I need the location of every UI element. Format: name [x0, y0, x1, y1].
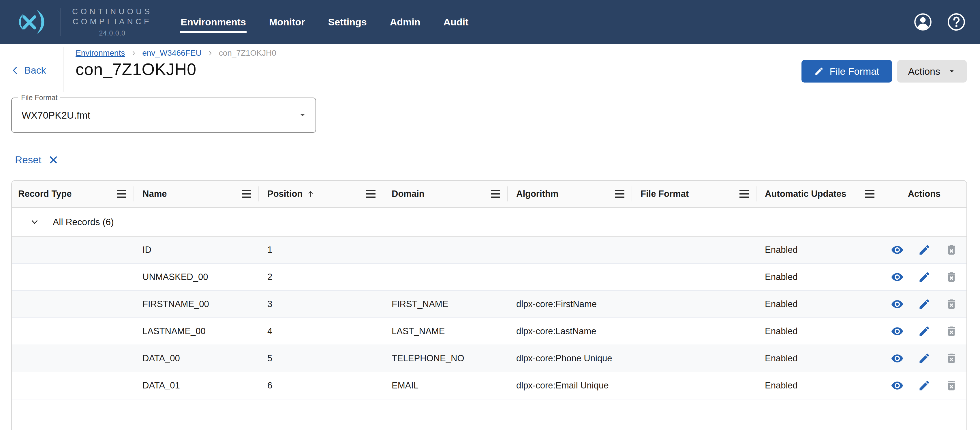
back-label: Back — [24, 65, 46, 76]
cell-file-format — [632, 345, 756, 372]
cell-algorithm: dlpx-core:LastName — [508, 318, 632, 345]
delete-button[interactable] — [945, 271, 958, 283]
view-button[interactable] — [891, 379, 904, 392]
edit-button[interactable] — [918, 298, 931, 311]
column-header-file-format[interactable]: File Format — [632, 181, 756, 207]
column-header-automatic-updates[interactable]: Automatic Updates — [756, 181, 882, 207]
eye-icon — [891, 271, 904, 283]
column-menu-icon[interactable] — [740, 190, 749, 197]
cell-actions — [882, 264, 966, 290]
cell-actions — [882, 237, 966, 263]
column-header-name[interactable]: Name — [134, 181, 259, 207]
column-menu-icon[interactable] — [615, 190, 624, 197]
logo[interactable]: CONTINUOUS COMPLIANCE 24.0.0.0 — [14, 6, 152, 37]
edit-button[interactable] — [918, 271, 931, 283]
top-navbar: CONTINUOUS COMPLIANCE 24.0.0.0 Environme… — [0, 0, 980, 44]
cell-actions — [882, 318, 966, 345]
column-menu-icon[interactable] — [491, 190, 500, 197]
nav-item-audit[interactable]: Audit — [443, 15, 469, 29]
column-menu-icon[interactable] — [366, 190, 375, 197]
back-button[interactable]: Back — [10, 65, 46, 76]
delete-button[interactable] — [945, 325, 958, 338]
breadcrumb: Environments env_W3466FEU con_7Z1OKJH0 — [76, 48, 276, 58]
nav-item-admin[interactable]: Admin — [389, 15, 421, 29]
delete-button[interactable] — [945, 352, 958, 365]
table-row: DATA_01 6 EMAIL dlpx-core:Email Unique E… — [12, 372, 966, 400]
column-header-domain[interactable]: Domain — [383, 181, 508, 207]
cell-name: DATA_00 — [134, 345, 259, 372]
pencil-icon — [918, 298, 931, 311]
file-format-select[interactable]: File Format WX70PK2U.fmt — [11, 97, 316, 133]
view-button[interactable] — [891, 352, 904, 365]
cell-automatic-updates: Enabled — [756, 318, 882, 345]
table-row: DATA_00 5 TELEPHONE_NO dlpx-core:Phone U… — [12, 345, 966, 372]
column-header-record-type[interactable]: Record Type — [12, 181, 134, 207]
column-menu-icon[interactable] — [117, 190, 126, 197]
edit-button[interactable] — [918, 379, 931, 392]
eye-icon — [891, 379, 904, 392]
edit-button[interactable] — [918, 243, 931, 256]
nav-item-environments[interactable]: Environments — [180, 15, 247, 29]
cell-record-type — [12, 291, 134, 317]
reset-label: Reset — [15, 154, 41, 166]
cell-file-format — [632, 237, 756, 263]
title-divider — [63, 47, 64, 92]
delete-button[interactable] — [945, 379, 958, 392]
cell-file-format — [632, 291, 756, 317]
cell-domain — [383, 237, 508, 263]
cell-algorithm: dlpx-core:FirstName — [508, 291, 632, 317]
account-icon[interactable] — [914, 13, 932, 31]
cell-actions — [882, 291, 966, 317]
caret-down-icon — [948, 67, 956, 75]
cell-record-type — [12, 237, 134, 263]
cell-position: 1 — [259, 237, 383, 263]
trash-icon — [945, 298, 958, 311]
actions-button[interactable]: Actions — [897, 60, 967, 83]
sort-ascending-icon[interactable] — [307, 190, 315, 198]
pencil-icon — [918, 271, 931, 283]
logo-divider — [60, 8, 61, 36]
cell-record-type — [12, 318, 134, 345]
delete-button[interactable] — [945, 243, 958, 256]
column-menu-icon[interactable] — [865, 190, 875, 197]
column-header-position[interactable]: Position — [259, 181, 383, 207]
delete-button[interactable] — [945, 298, 958, 311]
nav-item-settings[interactable]: Settings — [328, 15, 368, 29]
table-header-row: Record Type Name Position Domain Algorit… — [12, 181, 966, 208]
page-title: con_7Z1OKJH0 — [76, 59, 196, 79]
cell-record-type — [12, 372, 134, 399]
reset-filters[interactable]: Reset — [15, 154, 58, 166]
cell-domain: EMAIL — [383, 372, 508, 399]
file-format-button[interactable]: File Format — [802, 60, 892, 83]
chevron-down-icon[interactable] — [30, 217, 40, 227]
select-caret-icon — [298, 111, 307, 119]
view-button[interactable] — [891, 298, 904, 311]
back-chevron-icon — [10, 65, 20, 75]
page-root: CONTINUOUS COMPLIANCE 24.0.0.0 Environme… — [0, 0, 980, 430]
column-header-algorithm[interactable]: Algorithm — [508, 181, 632, 207]
edit-button[interactable] — [918, 325, 931, 338]
group-row-all-records[interactable]: All Records (6) — [12, 208, 966, 237]
file-format-select-label: File Format — [18, 94, 60, 102]
cell-automatic-updates: Enabled — [756, 264, 882, 290]
column-menu-icon[interactable] — [242, 190, 251, 197]
view-button[interactable] — [891, 271, 904, 283]
cell-record-type — [12, 264, 134, 290]
breadcrumb-environments[interactable]: Environments — [76, 48, 125, 58]
eye-icon — [891, 244, 904, 256]
view-button[interactable] — [891, 243, 904, 256]
table-row: ID 1 Enabled — [12, 237, 966, 264]
edit-button[interactable] — [918, 352, 931, 365]
view-button[interactable] — [891, 325, 904, 338]
actions-button-label: Actions — [908, 66, 940, 77]
cell-file-format — [632, 372, 756, 399]
brand-line-2: COMPLIANCE — [73, 17, 152, 27]
trash-icon — [945, 244, 958, 256]
cell-automatic-updates: Enabled — [756, 237, 882, 263]
cell-file-format — [632, 264, 756, 290]
column-header-actions: Actions — [882, 181, 966, 207]
breadcrumb-separator-icon — [207, 49, 214, 57]
nav-item-monitor[interactable]: Monitor — [269, 15, 306, 29]
breadcrumb-environment[interactable]: env_W3466FEU — [142, 48, 201, 58]
help-icon[interactable] — [947, 13, 966, 31]
